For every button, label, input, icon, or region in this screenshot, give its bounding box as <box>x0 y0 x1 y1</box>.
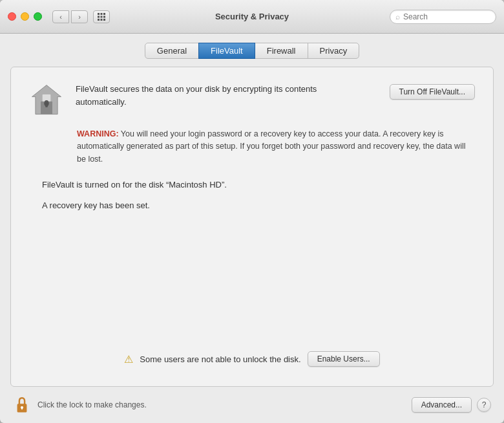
bottom-bar: Click the lock to make changes. Advanced… <box>0 387 504 423</box>
maximize-button[interactable] <box>34 12 42 21</box>
tab-general[interactable]: General <box>145 43 199 59</box>
svg-rect-6 <box>98 19 100 21</box>
svg-rect-5 <box>103 16 105 17</box>
nav-buttons: ‹ › <box>52 10 88 23</box>
content-area: General FileVault Firewall Privacy <box>0 34 504 387</box>
back-button[interactable]: ‹ <box>52 10 69 23</box>
lock-icon[interactable] <box>13 396 31 414</box>
status-disk: FileVault is turned on for the disk “Mac… <box>42 179 475 191</box>
svg-rect-2 <box>103 13 105 15</box>
lock-text: Click the lock to make changes. <box>37 400 147 409</box>
search-input[interactable] <box>403 12 490 21</box>
warning-text: WARNING: You will need your login passwo… <box>29 128 475 166</box>
warning-body: You will need your login password or a r… <box>77 129 465 164</box>
warning-row: ⚠ Some users are not able to unlock the … <box>29 343 475 371</box>
svg-rect-0 <box>98 13 100 15</box>
status-recovery: A recovery key has been set. <box>42 199 475 212</box>
help-button[interactable]: ? <box>477 398 491 412</box>
fv-header: FileVault secures the data on your disk … <box>29 83 475 118</box>
warning-users-text: Some users are not able to unlock the di… <box>140 354 300 364</box>
fv-header-left: FileVault secures the data on your disk … <box>29 83 321 118</box>
window-title: Security & Privacy <box>215 12 289 21</box>
warning-users-icon: ⚠ <box>124 353 133 365</box>
status-lines: FileVault is turned on for the disk “Mac… <box>29 179 475 343</box>
forward-button[interactable]: › <box>71 10 88 23</box>
grid-button[interactable] <box>93 10 110 23</box>
filevault-icon <box>29 83 64 118</box>
titlebar: ‹ › Security & Privacy ⌕ <box>0 0 504 34</box>
window: ‹ › Security & Privacy ⌕ Genera <box>0 0 504 423</box>
panel: FileVault secures the data on your disk … <box>10 67 494 387</box>
svg-rect-13 <box>45 103 48 107</box>
enable-users-button[interactable]: Enable Users... <box>308 351 380 367</box>
svg-rect-8 <box>103 19 105 21</box>
tabs-row: General FileVault Firewall Privacy <box>10 34 494 67</box>
svg-rect-7 <box>101 19 103 21</box>
traffic-lights <box>8 12 42 21</box>
svg-rect-1 <box>101 13 103 15</box>
tab-firewall[interactable]: Firewall <box>255 43 308 59</box>
svg-rect-16 <box>21 407 23 409</box>
svg-rect-4 <box>101 16 103 17</box>
fv-description: FileVault secures the data on your disk … <box>76 83 321 108</box>
advanced-button[interactable]: Advanced... <box>412 397 472 413</box>
tab-filevault[interactable]: FileVault <box>198 43 255 59</box>
search-icon: ⌕ <box>395 12 400 21</box>
tab-privacy[interactable]: Privacy <box>308 43 360 59</box>
close-button[interactable] <box>8 12 16 21</box>
turn-off-button[interactable]: Turn Off FileVault... <box>390 84 475 100</box>
warning-label: WARNING: <box>77 129 119 138</box>
minimize-button[interactable] <box>21 12 29 21</box>
bottom-right: Advanced... ? <box>412 397 491 413</box>
search-box[interactable]: ⌕ <box>390 10 496 24</box>
svg-rect-3 <box>98 16 100 17</box>
